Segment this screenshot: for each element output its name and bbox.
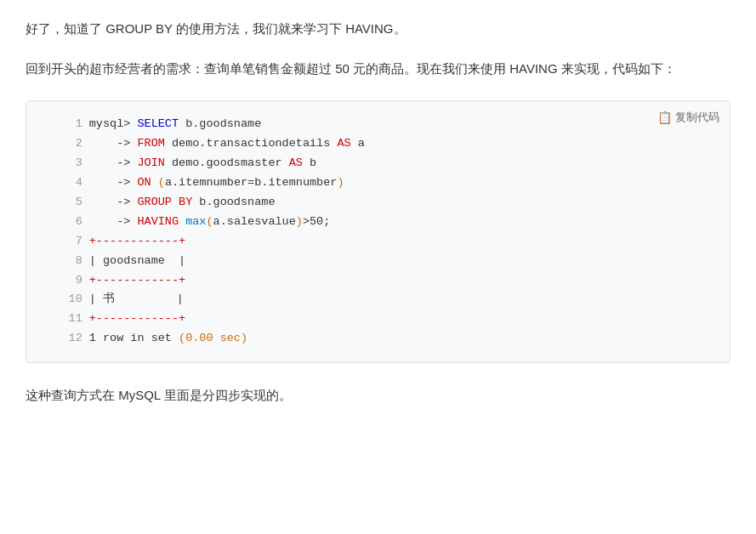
code-token: SELECT [137,117,179,130]
code-line: 7+------------+ [40,232,713,252]
line-number: 12 [40,329,86,349]
code-token: +------------+ [89,312,185,325]
code-token: (0.00 sec) [179,332,247,344]
code-token: max [185,215,206,228]
code-token: -> [89,176,138,189]
code-line: 10| 书 | [40,290,713,310]
code-line: 121 row in set (0.00 sec) [40,329,713,349]
line-number: 7 [40,232,86,252]
intro-text: 好了，知道了 GROUP BY 的使用方法，我们就来学习下 HAVING。 [26,17,730,40]
line-content: -> HAVING max(a.salesvalue)>50; [86,213,713,232]
code-table: 1mysql> SELECT b.goodsname2 -> FROM demo… [40,115,713,349]
line-content: -> JOIN demo.goodsmaster AS b [86,154,713,173]
line-content: -> FROM demo.transactiondetails AS a [86,134,713,154]
line-number: 10 [40,290,86,310]
code-token: mysql> [89,117,138,130]
code-token: -> [89,156,138,169]
code-token: ( [158,176,165,189]
line-content: 1 row in set (0.00 sec) [86,329,713,349]
line-number: 8 [40,252,86,271]
code-line: 6 -> HAVING max(a.salesvalue)>50; [40,213,713,232]
code-line: 2 -> FROM demo.transactiondetails AS a [40,134,713,154]
line-number: 5 [40,193,86,213]
code-token: 1 row in set [89,332,179,344]
code-token: FROM [137,137,164,150]
line-content: | 书 | [86,290,713,310]
code-token: >50; [303,215,330,228]
line-content: | goodsname | [86,252,713,271]
code-token: AS [337,137,350,150]
code-line: 4 -> ON (a.itemnumber=b.itemnumber) [40,173,713,193]
code-token: ) [337,176,344,189]
code-token: AS [289,156,303,169]
code-line: 1mysql> SELECT b.goodsname [40,115,713,134]
code-token: a.salesvalue [213,215,296,228]
code-token: b.goodsname [192,196,275,208]
code-block: 📋 复制代码 1mysql> SELECT b.goodsname2 -> FR… [26,100,730,363]
code-token: -> [89,215,138,228]
code-token: demo.transactiondetails [165,137,338,150]
line-content: -> GROUP BY b.goodsname [86,193,713,213]
bottom-text: 这种查询方式在 MySQL 里面是分四步实现的。 [26,383,730,406]
code-line: 8| goodsname | [40,252,713,271]
code-token: -> [89,196,138,208]
code-token: b [303,156,316,169]
line-content: +------------+ [86,271,713,291]
copy-button[interactable]: 📋 复制代码 [657,110,719,125]
line-number: 9 [40,271,86,291]
code-token: a.itemnumber=b.itemnumber [165,176,338,189]
code-token: -> [89,137,138,150]
line-number: 11 [40,310,86,329]
code-token: | 书 | [89,293,184,305]
code-token: +------------+ [89,235,185,247]
code-line: 11+------------+ [40,310,713,329]
code-line: 3 -> JOIN demo.goodsmaster AS b [40,154,713,173]
code-token: ( [206,215,213,228]
line-number: 2 [40,134,86,154]
code-token: b.goodsname [179,117,261,130]
line-content: -> ON (a.itemnumber=b.itemnumber) [86,173,713,193]
copy-label: 复制代码 [675,110,719,125]
line-number: 4 [40,173,86,193]
code-token [151,176,158,189]
code-token: +------------+ [89,274,185,287]
line-number: 3 [40,154,86,173]
code-token: ON [137,176,151,189]
code-line: 5 -> GROUP BY b.goodsname [40,193,713,213]
line-content: mysql> SELECT b.goodsname [86,115,713,134]
code-token: HAVING [137,215,179,228]
code-token: ) [296,215,303,228]
line-number: 6 [40,213,86,232]
code-token: JOIN [137,156,164,169]
description-text: 回到开头的超市经营者的需求：查询单笔销售金额超过 50 元的商品。现在我们来使用… [26,57,730,80]
copy-icon: 📋 [657,111,672,124]
code-token: GROUP BY [137,196,192,208]
code-token: a [351,137,365,150]
line-number: 1 [40,115,86,134]
line-content: +------------+ [86,310,713,329]
code-line: 9+------------+ [40,271,713,291]
line-content: +------------+ [86,232,713,252]
code-token [179,215,185,228]
code-token: | goodsname | [89,254,185,267]
code-token: demo.goodsmaster [165,156,289,169]
